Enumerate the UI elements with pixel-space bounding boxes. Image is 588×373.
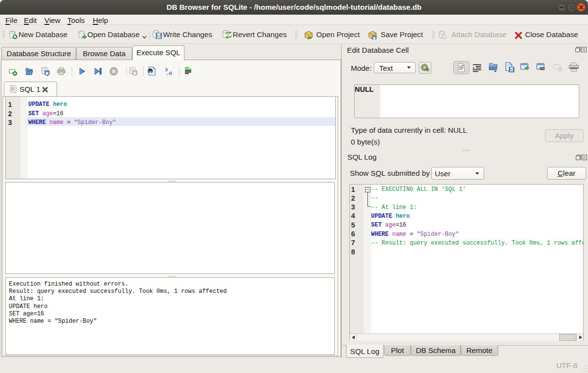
svg-text:b: b (165, 67, 168, 72)
svg-text:a: a (169, 69, 172, 76)
